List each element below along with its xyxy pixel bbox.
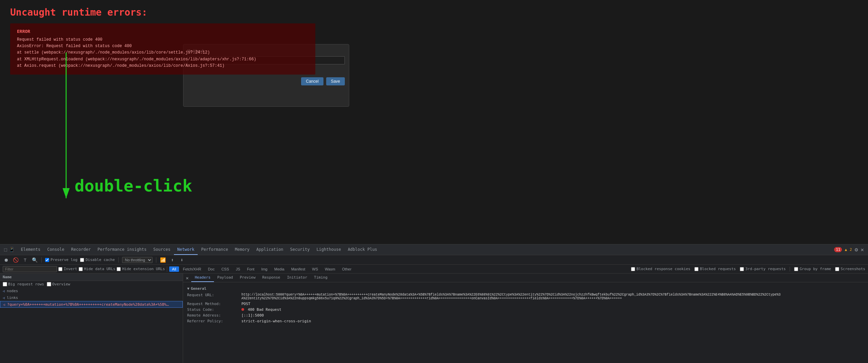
tab-adblock[interactable]: Adblock Plus xyxy=(344,244,381,255)
third-party-checkbox[interactable] xyxy=(740,267,744,271)
filter-btn-manifest[interactable]: Manifest xyxy=(289,266,308,272)
filter-icon[interactable]: ⊤ xyxy=(22,257,28,263)
detail-tab-headers[interactable]: Headers xyxy=(191,274,214,282)
error-stack2: at XMLHttpRequest.onloadend (webpack://n… xyxy=(17,57,256,62)
detail-tab-initiator[interactable]: Initiator xyxy=(284,274,311,282)
filter-btn-wasm[interactable]: Wasm xyxy=(322,266,338,272)
filter-btn-all[interactable]: All xyxy=(169,266,179,272)
invert-label: Invert xyxy=(64,267,77,271)
invert-checkbox[interactable] xyxy=(58,267,62,271)
preserve-log-checkbox[interactable] xyxy=(45,258,49,262)
tab-sources[interactable]: Sources xyxy=(150,244,174,255)
referrer-policy-value: strict-origin-when-cross-origin xyxy=(241,319,864,323)
search-icon[interactable]: 🔍 xyxy=(31,257,38,263)
status-code-row: Status Code: 400 Bad Request xyxy=(187,307,864,312)
double-click-annotation: double-click xyxy=(75,176,192,195)
warn-icon: ▲ xyxy=(845,247,847,252)
big-request-rows-label[interactable]: Big request rows xyxy=(3,282,44,286)
tab-lighthouse[interactable]: Lighthouse xyxy=(313,244,344,255)
tab-console[interactable]: Console xyxy=(44,244,68,255)
referrer-policy-key: Referrer Policy: xyxy=(187,319,241,323)
blocked-cookies-checkbox[interactable] xyxy=(631,267,635,271)
general-section-header[interactable]: ▼ General xyxy=(187,285,864,292)
hide-extension-urls-group: Hide extension URLs xyxy=(117,267,165,271)
overview-label[interactable]: Overview xyxy=(47,282,70,286)
blocked-cookies-group: Blocked response cookies xyxy=(631,267,690,271)
filter-btn-img[interactable]: Img xyxy=(258,266,270,272)
detail-close-button[interactable]: ✕ xyxy=(186,275,189,281)
warn-count: 2 xyxy=(850,247,852,252)
request-method-row: Request Method: POST xyxy=(187,301,864,307)
toolbar-divider-1 xyxy=(41,257,42,263)
devtools-tabbar: ⬚ 📱 Elements Console Recorder Performanc… xyxy=(0,244,868,255)
tab-application[interactable]: Application xyxy=(253,244,287,255)
app-area: Uncaught runtime errors: ERROR Request f… xyxy=(0,0,868,244)
device-icon[interactable]: 📱 xyxy=(9,247,15,252)
request-list-panel: Name Big request rows Overview ◁ nodes xyxy=(0,274,183,363)
devtools-toolbar: ⏺ 🚫 ⊤ 🔍 Preserve log Disable cache No th… xyxy=(0,255,868,265)
status-code-value: 400 Bad Request xyxy=(241,307,864,312)
tab-elements[interactable]: Elements xyxy=(17,244,44,255)
detail-content: ▼ General Request URL: http://localhost:… xyxy=(183,282,868,363)
settings-icon[interactable]: ⚙ xyxy=(855,246,858,253)
request-icon-mutation: ◁ xyxy=(3,303,5,306)
tab-network[interactable]: Network xyxy=(174,244,198,255)
detail-tab-response[interactable]: Response xyxy=(259,274,284,282)
remote-address-key: Remote Address: xyxy=(187,313,241,318)
throttle-select[interactable]: No throttling xyxy=(122,257,153,263)
error-box: ERROR Request failed with status code 40… xyxy=(10,23,315,75)
big-request-rows-checkbox[interactable] xyxy=(3,282,7,286)
cursor-icon[interactable]: ⬚ xyxy=(4,247,7,252)
request-item-mutation[interactable]: ◁ ?query=%0A+++++++mutation+%7B%0A++++++… xyxy=(0,301,183,308)
disable-cache-checkbox[interactable] xyxy=(80,258,84,262)
tab-performance-insights[interactable]: Performance insights xyxy=(94,244,150,255)
request-list-header: Name xyxy=(0,274,183,281)
blocked-requests-group: Blocked requests xyxy=(694,267,736,271)
name-column-header: Name xyxy=(3,275,12,279)
filter-input[interactable] xyxy=(3,266,57,272)
tab-performance[interactable]: Performance xyxy=(198,244,231,255)
clear-icon[interactable]: 🚫 xyxy=(12,257,19,263)
import-icon[interactable]: ⬆ xyxy=(169,257,176,263)
tab-memory[interactable]: Memory xyxy=(232,244,253,255)
hide-data-urls-checkbox[interactable] xyxy=(79,267,83,271)
preserve-log-label: Preserve log xyxy=(51,258,77,262)
export-icon[interactable]: ⬇ xyxy=(179,257,185,263)
filter-btn-font[interactable]: Font xyxy=(244,266,257,272)
detail-tab-payload[interactable]: Payload xyxy=(214,274,236,282)
tab-security[interactable]: Security xyxy=(287,244,313,255)
devtools-filterbar: Invert Hide data URLs Hide extension URL… xyxy=(0,265,868,274)
tab-recorder[interactable]: Recorder xyxy=(68,244,94,255)
record-icon[interactable]: ⏺ xyxy=(3,257,9,263)
hide-extension-urls-checkbox[interactable] xyxy=(117,267,121,271)
request-item-links[interactable]: ◁ links xyxy=(0,294,183,301)
error-stack3: at Axios.request (webpack://nexusgraph/.… xyxy=(17,63,224,68)
filter-btn-doc[interactable]: Doc xyxy=(205,266,217,272)
blocked-requests-checkbox[interactable] xyxy=(694,267,698,271)
toolbar-divider-3 xyxy=(156,257,156,263)
filter-btn-js[interactable]: JS xyxy=(233,266,243,272)
devtools-inspect-icons[interactable]: ⬚ 📱 xyxy=(1,244,17,255)
filter-btn-fetchxhr[interactable]: Fetch/XHR xyxy=(180,266,204,272)
request-item-nodes[interactable]: ◁ nodes xyxy=(0,287,183,294)
hide-data-urls-label: Hide data URLs xyxy=(84,267,116,271)
overview-checkbox[interactable] xyxy=(47,282,51,286)
detail-tab-preview[interactable]: Preview xyxy=(236,274,259,282)
request-items: ◁ nodes ◁ links ◁ ?query=%0A+++++++mutat… xyxy=(0,287,183,363)
error-label: ERROR xyxy=(17,29,309,34)
wifi-icon[interactable]: 📶 xyxy=(160,257,166,263)
detail-tab-timing[interactable]: Timing xyxy=(311,274,331,282)
close-icon[interactable]: ✕ xyxy=(861,246,864,253)
filter-btn-css[interactable]: CSS xyxy=(219,266,232,272)
filter-btn-other[interactable]: Other xyxy=(339,266,354,272)
group-by-frame-checkbox[interactable] xyxy=(794,267,798,271)
devtools-content: Name Big request rows Overview ◁ nodes xyxy=(0,274,868,363)
disable-cache-group: Disable cache xyxy=(80,258,115,262)
blocked-cookies-label: Blocked response cookies xyxy=(636,267,690,271)
filter-btn-media[interactable]: Media xyxy=(272,266,287,272)
screenshots-checkbox[interactable] xyxy=(835,267,839,271)
request-method-value: POST xyxy=(241,302,864,306)
filter-btn-ws[interactable]: WS xyxy=(309,266,321,272)
third-party-label: 3rd-party requests xyxy=(745,267,786,271)
error-stack1: at settle (webpack://nexusgraph/./node_m… xyxy=(17,50,210,55)
